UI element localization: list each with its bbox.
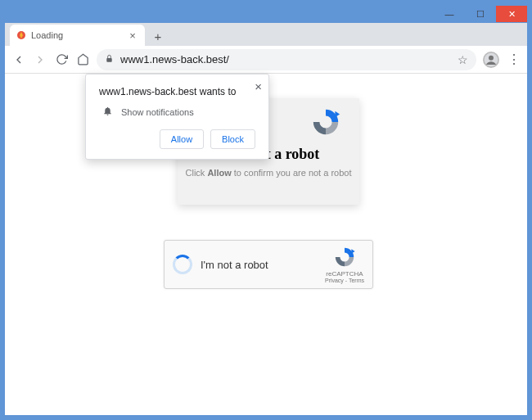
popup-close-button[interactable]: ×: [255, 79, 262, 93]
allow-button[interactable]: Allow: [160, 129, 204, 149]
captcha-sub-post: to confirm you are not a robot: [232, 168, 352, 178]
profile-avatar-icon[interactable]: [483, 52, 499, 68]
tab-bar: Loading × +: [5, 23, 527, 46]
tab-close-button[interactable]: ×: [127, 29, 138, 41]
popup-origin-text: www1.news-back.best wants to: [99, 86, 255, 97]
new-tab-button[interactable]: +: [148, 26, 168, 46]
reload-button[interactable]: [54, 52, 69, 67]
recaptcha-text: I'm not a robot: [201, 259, 268, 271]
home-button[interactable]: [75, 52, 90, 67]
recaptcha-links[interactable]: Privacy - Terms: [325, 278, 364, 283]
back-button[interactable]: [11, 52, 26, 67]
window-close-button[interactable]: ✕: [496, 6, 527, 22]
menu-button[interactable]: ⋮: [506, 52, 521, 67]
bell-icon: [102, 106, 113, 118]
tab-title: Loading: [31, 30, 63, 40]
captcha-sub-pre: Click: [186, 168, 208, 178]
recaptcha-brand: reCAPTCHA Privacy - Terms: [325, 246, 364, 283]
bookmark-star-icon[interactable]: ☆: [458, 53, 468, 66]
page-content: I am not a robot Click Allow to confirm …: [5, 74, 527, 415]
recaptcha-logo-icon: [309, 106, 343, 141]
toolbar: www1.news-back.best/ ☆ ⋮: [5, 46, 527, 74]
notification-permission-popup: × www1.news-back.best wants to Show noti…: [85, 74, 269, 160]
browser-chrome: Loading × + www1.news-back.best/: [5, 23, 527, 415]
recaptcha-label: reCAPTCHA: [325, 270, 364, 278]
browser-tab[interactable]: Loading ×: [10, 25, 145, 46]
lock-icon: [105, 53, 114, 65]
tab-favicon-icon: [16, 30, 26, 40]
svg-rect-1: [106, 58, 111, 62]
popup-permission-label: Show notifications: [121, 107, 194, 117]
window-maximize-button[interactable]: ☐: [465, 6, 496, 22]
recaptcha-spinner-icon: [173, 255, 192, 274]
address-bar[interactable]: www1.news-back.best/ ☆: [97, 49, 476, 70]
captcha-subtext: Click Allow to confirm you are not a rob…: [178, 168, 359, 178]
captcha-sub-bold: Allow: [207, 168, 231, 178]
url-text: www1.news-back.best/: [120, 53, 229, 65]
window-titlebar: — ☐ ✕: [5, 5, 527, 23]
window-minimize-button[interactable]: —: [434, 6, 465, 22]
block-button[interactable]: Block: [210, 129, 255, 149]
svg-marker-4: [335, 111, 340, 118]
svg-point-3: [489, 55, 494, 60]
recaptcha-logo-icon: [333, 246, 356, 269]
forward-button[interactable]: [33, 52, 47, 67]
browser-window: — ☐ ✕ Loading × +: [0, 0, 532, 420]
recaptcha-widget[interactable]: I'm not a robot reCAPTCHA Privacy - Term…: [164, 240, 373, 289]
popup-buttons: Allow Block: [99, 129, 255, 149]
svg-marker-5: [351, 249, 354, 254]
popup-permission-row: Show notifications: [99, 106, 255, 118]
